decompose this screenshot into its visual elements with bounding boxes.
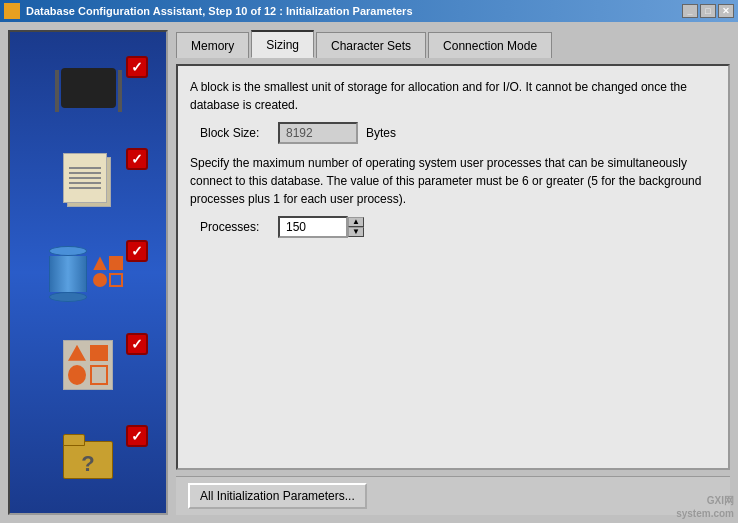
tab-bar: Memory Sizing Character Sets Connection … xyxy=(176,30,730,58)
content-area: A block is the smallest unit of storage … xyxy=(176,64,730,470)
processes-spinner: ▲ ▼ xyxy=(278,216,364,238)
list-item: ? ✓ xyxy=(18,421,158,493)
checkmark-badge: ✓ xyxy=(126,148,148,170)
close-button[interactable]: ✕ xyxy=(718,4,734,18)
processes-description: Specify the maximum number of operating … xyxy=(190,154,716,208)
processes-input[interactable] xyxy=(278,216,348,238)
params-bar: All Initialization Parameters... xyxy=(176,476,730,515)
spinner-down-button[interactable]: ▼ xyxy=(348,227,364,237)
tab-sizing[interactable]: Sizing xyxy=(251,30,314,58)
processes-section: Specify the maximum number of operating … xyxy=(190,154,716,238)
tab-memory[interactable]: Memory xyxy=(176,32,249,58)
chip-icon xyxy=(61,68,116,108)
minimize-button[interactable]: _ xyxy=(682,4,698,18)
processes-label: Processes: xyxy=(200,220,270,234)
checkmark-badge: ✓ xyxy=(126,56,148,78)
title-icon xyxy=(4,3,20,19)
left-panel: ✓ ✓ xyxy=(8,30,168,515)
spinner-up-button[interactable]: ▲ xyxy=(348,217,364,227)
tab-character-sets[interactable]: Character Sets xyxy=(316,32,426,58)
watermark: GXI网system.com xyxy=(676,494,734,519)
list-item: ✓ xyxy=(18,144,158,216)
checkmark-badge: ✓ xyxy=(126,333,148,355)
tab-connection-mode[interactable]: Connection Mode xyxy=(428,32,552,58)
block-size-label: Block Size: xyxy=(200,126,270,140)
all-params-button[interactable]: All Initialization Parameters... xyxy=(188,483,367,509)
list-item: ✓ xyxy=(18,52,158,124)
title-bar: Database Configuration Assistant, Step 1… xyxy=(0,0,738,22)
checkmark-badge: ✓ xyxy=(126,425,148,447)
checkmark-badge: ✓ xyxy=(126,240,148,262)
window-title: Database Configuration Assistant, Step 1… xyxy=(26,5,413,17)
block-size-description: A block is the smallest unit of storage … xyxy=(190,78,716,114)
block-size-input[interactable] xyxy=(278,122,358,144)
bytes-label: Bytes xyxy=(366,126,436,140)
block-size-section: A block is the smallest unit of storage … xyxy=(190,78,716,144)
maximize-button[interactable]: □ xyxy=(700,4,716,18)
list-item: ✓ xyxy=(18,329,158,401)
list-item: ✓ xyxy=(18,236,158,308)
